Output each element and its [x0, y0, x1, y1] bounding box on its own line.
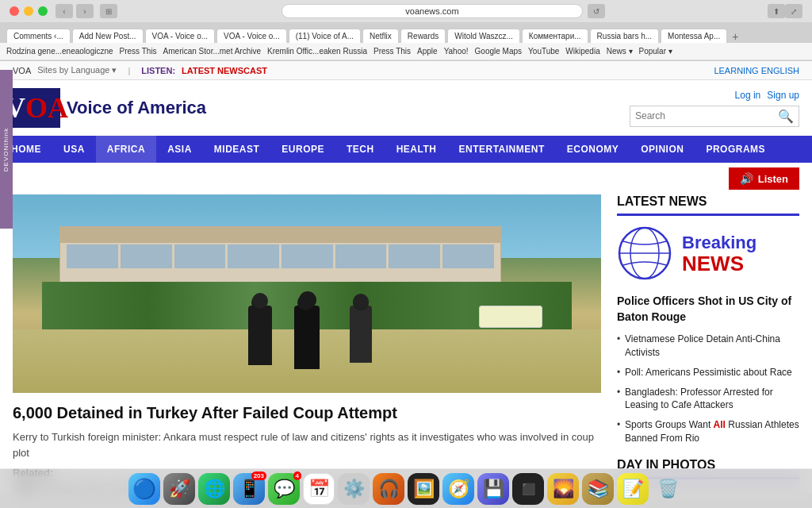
tab-9[interactable]: Russia bars h...	[590, 29, 659, 43]
bookmark-1[interactable]: Press This	[120, 47, 157, 56]
share-button[interactable]: ⬆	[768, 4, 785, 18]
url-bar-area: voanews.com ↺	[124, 4, 763, 18]
soldier-3	[350, 306, 372, 363]
dock-appstore[interactable]: 📱 203	[233, 473, 265, 505]
log-in-link[interactable]: Log in	[735, 90, 761, 101]
bookmark-5[interactable]: Apple	[417, 47, 438, 56]
voa-oa-letters: OA	[25, 94, 68, 122]
main-navigation: HOME USA AFRICA ASIA MIDEAST EUROPE TECH…	[0, 136, 812, 163]
dock-calendar[interactable]: 📅	[303, 473, 335, 505]
tab-1[interactable]: Add New Post...	[72, 29, 144, 43]
voa-top-left: VOA Sites by Language ▾ | LISTEN: LATEST…	[13, 65, 267, 75]
reload-button[interactable]: ↺	[588, 4, 605, 18]
sidebar-news-item-0[interactable]: Vietnamese Police Detain Anti-China Acti…	[617, 333, 799, 360]
mac-dock: 🔵 🚀 🌐 📱 203 💬 4 📅 ⚙️ 🎧 🖼️ 🧭 💾 ⬛ 🌄 📚 📝 🗑️	[0, 468, 812, 508]
breaking-label: Breaking	[682, 233, 756, 253]
tab-5[interactable]: Netflix	[362, 29, 399, 43]
tab-8[interactable]: Комментари...	[522, 29, 588, 43]
nav-opinion[interactable]: OPINION	[630, 136, 695, 163]
bookmark-0[interactable]: Rodzina gene...eneaologiczne	[6, 47, 113, 56]
sites-by-language-link[interactable]: Sites by Language ▾	[37, 65, 117, 75]
nav-entertainment[interactable]: ENTERTAINMENT	[447, 136, 555, 163]
maximize-button[interactable]	[38, 6, 48, 16]
nav-economy[interactable]: ECONOMY	[556, 136, 630, 163]
tab-2[interactable]: VOA - Voice o...	[145, 29, 216, 43]
listen-button[interactable]: 🔊 Listen	[729, 167, 799, 190]
dock-preview[interactable]: 🌄	[547, 473, 579, 505]
listen-button-label: Listen	[758, 173, 788, 185]
traffic-lights	[10, 6, 48, 16]
globe-icon	[617, 225, 672, 281]
sidebar-news-item-1[interactable]: Poll: Americans Pessimistic about Race	[617, 366, 799, 379]
bookmark-8[interactable]: YouTube	[528, 47, 559, 56]
soldier-2	[294, 306, 320, 369]
search-input[interactable]	[635, 110, 778, 121]
dock-headphones[interactable]: 🎧	[373, 473, 404, 505]
sidebar-news-item-2[interactable]: Bangladesh: Professor Arrested for Leasi…	[617, 386, 799, 413]
search-icon[interactable]: 🔍	[778, 109, 794, 124]
breaking-news-box: Breaking NEWS	[617, 225, 799, 281]
all-highlight: All	[714, 419, 726, 430]
bookmark-9[interactable]: Wikipedia	[565, 47, 599, 56]
new-tab-button[interactable]: +	[729, 30, 741, 43]
nav-asia[interactable]: ASIA	[156, 136, 203, 163]
forward-button[interactable]: ›	[76, 4, 94, 18]
dock-messages[interactable]: 💬 4	[268, 473, 300, 505]
dock-ibooks[interactable]: 📚	[582, 473, 614, 505]
learning-english-link[interactable]: LEARNING ENGLISH	[714, 66, 799, 75]
voa-logo[interactable]: V OA Voice of America	[13, 88, 206, 128]
bookmark-6[interactable]: Yahoo!	[444, 47, 469, 56]
website-content: VOA Sites by Language ▾ | LISTEN: LATEST…	[0, 61, 812, 493]
dock-launchpad[interactable]: 🚀	[163, 473, 195, 505]
close-button[interactable]	[10, 6, 19, 16]
dock-settings[interactable]: ⚙️	[338, 473, 370, 505]
nav-tech[interactable]: TECH	[335, 136, 385, 163]
bookmark-popular[interactable]: Popular ▾	[639, 47, 672, 56]
minimize-button[interactable]	[24, 6, 33, 16]
dock-notes[interactable]: 📝	[617, 473, 649, 505]
latest-news-heading: LATEST NEWS	[617, 194, 799, 216]
nav-europe[interactable]: EUROPE	[270, 136, 335, 163]
article-section: 6,000 Detained in Turkey After Failed Co…	[13, 194, 601, 493]
breaking-text: Breaking NEWS	[682, 233, 756, 274]
dock-terminal[interactable]: ⬛	[512, 473, 544, 505]
bookmark-3[interactable]: Kremlin Offic...eaken Russia	[267, 47, 367, 56]
devon-think-sidebar[interactable]: DEVONthink	[0, 70, 13, 229]
sign-up-link[interactable]: Sign up	[767, 90, 799, 101]
dock-finder[interactable]: 🔵	[128, 473, 160, 505]
tab-3[interactable]: VOA - Voice o...	[216, 29, 287, 43]
nav-usa[interactable]: USA	[52, 136, 96, 163]
bookmark-news[interactable]: News ▾	[607, 47, 633, 56]
dock-trash[interactable]: 🗑️	[652, 473, 684, 505]
tab-0[interactable]: Comments ‹...	[6, 29, 71, 43]
nav-africa[interactable]: AFRICA	[96, 136, 156, 163]
sidebar-main-headline[interactable]: Police Officers Shot in US City of Baton…	[617, 294, 799, 325]
bookmark-2[interactable]: American Stor...met Archive	[163, 47, 261, 56]
fullscreen-button[interactable]: ⤢	[785, 4, 802, 18]
url-bar[interactable]: voanews.com	[282, 4, 583, 18]
dock-drive[interactable]: 💾	[477, 473, 509, 505]
back-button[interactable]: ‹	[56, 4, 73, 18]
mac-window-frame: ‹ › ⊞ voanews.com ↺ ⬆ ⤢ Comments ‹... Ad…	[0, 0, 812, 61]
tab-7[interactable]: Witold Waszcz...	[447, 29, 520, 43]
bookmark-7[interactable]: Google Maps	[475, 47, 522, 56]
bookmark-4[interactable]: Press This	[373, 47, 411, 56]
nav-programs[interactable]: PROGRAMS	[695, 136, 776, 163]
listen-bar: 🔊 Listen	[0, 163, 812, 194]
tab-4[interactable]: (11) Voice of A...	[289, 29, 361, 43]
messages-badge: 4	[293, 471, 301, 480]
nav-health[interactable]: HEALTH	[385, 136, 448, 163]
tab-6[interactable]: Rewards	[400, 29, 446, 43]
article-title[interactable]: 6,000 Detained in Turkey After Failed Co…	[13, 402, 601, 423]
search-box[interactable]: 🔍	[630, 106, 799, 127]
dock-photos-viewer[interactable]: 🖼️	[408, 473, 439, 505]
tab-10[interactable]: Montessa Ap...	[661, 29, 727, 43]
main-content: 6,000 Detained in Turkey After Failed Co…	[0, 194, 812, 493]
dock-safari[interactable]: 🌐	[198, 473, 230, 505]
nav-mideast[interactable]: MIDEAST	[203, 136, 271, 163]
dock-safari2[interactable]: 🧭	[442, 473, 474, 505]
soldier-1	[248, 306, 272, 365]
tab-overview-button[interactable]: ⊞	[100, 4, 117, 18]
latest-newscast-link[interactable]: LATEST NEWSCAST	[182, 66, 267, 75]
sidebar-news-item-3[interactable]: Sports Groups Want All Russian Athletes …	[617, 418, 799, 445]
